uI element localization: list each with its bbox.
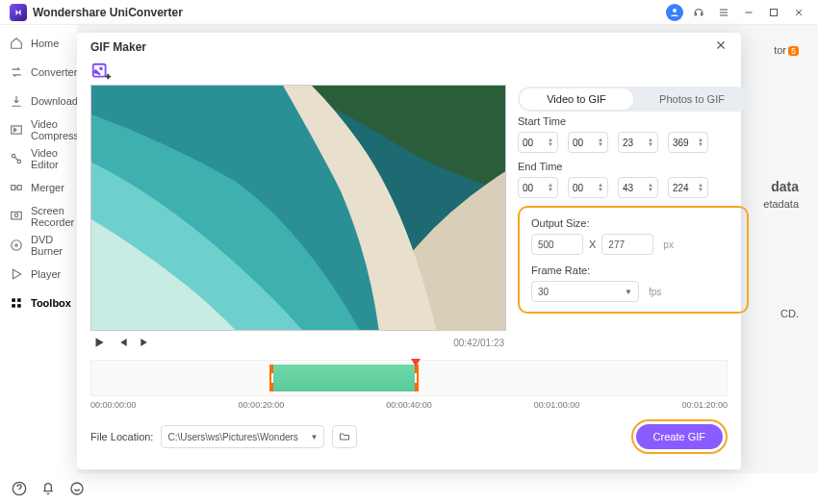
- start-hour-stepper[interactable]: 00▲▼: [518, 132, 558, 153]
- start-time-label: Start Time: [518, 115, 749, 127]
- svg-point-0: [673, 9, 677, 13]
- sidebar-label: DVD Burner: [31, 234, 67, 257]
- file-location-label: File Location:: [90, 431, 153, 442]
- player-controls: 00:42/01:23: [90, 331, 506, 354]
- minimize-icon[interactable]: [739, 3, 758, 22]
- modal-title: GIF Maker: [90, 40, 146, 54]
- play-icon[interactable]: [92, 336, 106, 349]
- sidebar-item-home[interactable]: Home: [0, 29, 77, 58]
- file-location-select[interactable]: C:\Users\ws\Pictures\Wonders ▼: [161, 425, 324, 448]
- sidebar-item-merger[interactable]: Merger: [0, 173, 77, 202]
- svg-point-9: [12, 240, 22, 251]
- create-gif-button[interactable]: Create GIF: [636, 424, 723, 449]
- timeline-selection[interactable]: [269, 365, 419, 391]
- sidebar-item-compressor[interactable]: Video Compressor: [0, 115, 77, 144]
- tick-label: 00:00:00:00: [90, 400, 137, 410]
- bg-text: tor: [774, 44, 786, 56]
- sidebar-label: Screen Recorder: [31, 205, 74, 228]
- app-title: Wondershare UniConverter: [33, 6, 183, 19]
- end-min-stepper[interactable]: 00▲▼: [568, 177, 608, 198]
- feedback-icon[interactable]: [69, 481, 85, 496]
- headset-icon[interactable]: [689, 3, 708, 22]
- next-frame-icon[interactable]: [139, 336, 152, 349]
- sidebar-item-dvd[interactable]: DVD Burner: [0, 231, 77, 260]
- fps-unit: fps: [649, 287, 661, 297]
- svg-rect-5: [12, 186, 15, 190]
- app-logo: [10, 4, 27, 21]
- timeline-track[interactable]: [90, 360, 728, 396]
- output-width-input[interactable]: 500: [531, 234, 583, 255]
- start-sec-stepper[interactable]: 23▲▼: [618, 132, 658, 153]
- tab-photos-to-gif[interactable]: Photos to GIF: [635, 87, 749, 112]
- sidebar-item-recorder[interactable]: Screen Recorder: [0, 202, 77, 231]
- svg-point-10: [15, 244, 17, 246]
- menu-icon[interactable]: [714, 3, 733, 22]
- tick-label: 00:00:40:00: [386, 400, 432, 410]
- sidebar-label: Video Editor: [31, 147, 67, 170]
- end-time-label: End Time: [518, 161, 749, 172]
- svg-marker-19: [96, 338, 104, 346]
- sidebar-item-converter[interactable]: Converter: [0, 58, 77, 87]
- end-hour-stepper[interactable]: 00▲▼: [518, 177, 558, 198]
- svg-rect-6: [17, 186, 21, 190]
- timeline: 00:00:00:00 00:00:20:00 00:00:40:00 00:0…: [90, 360, 728, 410]
- frame-rate-select[interactable]: 30▼: [531, 281, 639, 302]
- playhead-icon[interactable]: [411, 355, 421, 365]
- svg-marker-20: [411, 359, 421, 366]
- output-size-label: Output Size:: [531, 217, 735, 229]
- bg-text: data: [771, 179, 799, 194]
- open-folder-button[interactable]: [332, 425, 357, 448]
- sidebar-item-toolbox[interactable]: Toolbox: [0, 289, 77, 317]
- start-ms-stepper[interactable]: 369▲▼: [668, 132, 708, 153]
- close-icon[interactable]: [714, 38, 728, 56]
- end-sec-stepper[interactable]: 43▲▼: [618, 177, 658, 198]
- sidebar-item-downloader[interactable]: Downloader: [0, 87, 77, 115]
- sidebar-item-player[interactable]: Player: [0, 260, 77, 289]
- svg-rect-1: [771, 9, 778, 15]
- mode-tabs: Video to GIF Photos to GIF: [518, 87, 749, 112]
- svg-rect-7: [12, 212, 22, 219]
- tick-label: 00:01:00:00: [534, 400, 580, 410]
- px-unit: px: [663, 239, 674, 250]
- statusbar: [0, 473, 818, 504]
- tick-label: 00:01:20:00: [681, 400, 728, 410]
- svg-point-8: [14, 214, 18, 217]
- output-settings-box: Output Size: 500 X 277 px Frame Rate: 30…: [518, 206, 749, 314]
- bell-icon[interactable]: [40, 481, 56, 496]
- svg-rect-12: [12, 298, 15, 302]
- sidebar-label: Player: [31, 268, 61, 280]
- frame-rate-label: Frame Rate:: [531, 265, 735, 276]
- svg-marker-11: [13, 269, 21, 278]
- titlebar: Wondershare UniConverter: [0, 0, 818, 25]
- svg-rect-13: [17, 298, 21, 302]
- add-media-icon[interactable]: [90, 62, 112, 83]
- help-icon[interactable]: [12, 481, 27, 496]
- sidebar-label: Home: [31, 38, 59, 49]
- chevron-down-icon: ▼: [311, 433, 319, 441]
- player-time: 00:42/01:23: [453, 338, 504, 348]
- video-preview[interactable]: [90, 85, 506, 331]
- sidebar-item-editor[interactable]: Video Editor: [0, 144, 77, 173]
- badge: 5: [788, 46, 799, 56]
- svg-rect-15: [17, 304, 21, 308]
- chevron-down-icon: ▼: [625, 288, 632, 296]
- end-ms-stepper[interactable]: 224▲▼: [668, 177, 708, 198]
- prev-frame-icon[interactable]: [115, 336, 129, 349]
- sidebar-label: Merger: [31, 182, 64, 193]
- create-gif-highlight: Create GIF: [631, 419, 728, 454]
- account-icon[interactable]: [666, 4, 683, 21]
- svg-rect-14: [12, 304, 15, 308]
- tick-label: 00:00:20:00: [239, 400, 285, 410]
- start-min-stepper[interactable]: 00▲▼: [568, 132, 608, 153]
- x-separator: X: [589, 239, 596, 250]
- gif-maker-modal: GIF Maker: [77, 33, 741, 469]
- output-height-input[interactable]: 277: [601, 234, 653, 255]
- sidebar: Home Converter Downloader Video Compress…: [0, 25, 77, 473]
- sidebar-label: Converter: [31, 66, 77, 78]
- sidebar-label: Toolbox: [31, 297, 71, 309]
- close-window-icon[interactable]: [789, 3, 808, 22]
- bg-text: CD.: [780, 308, 799, 319]
- bg-text: etadata: [763, 198, 799, 210]
- maximize-icon[interactable]: [764, 3, 783, 22]
- tab-video-to-gif[interactable]: Video to GIF: [520, 88, 633, 110]
